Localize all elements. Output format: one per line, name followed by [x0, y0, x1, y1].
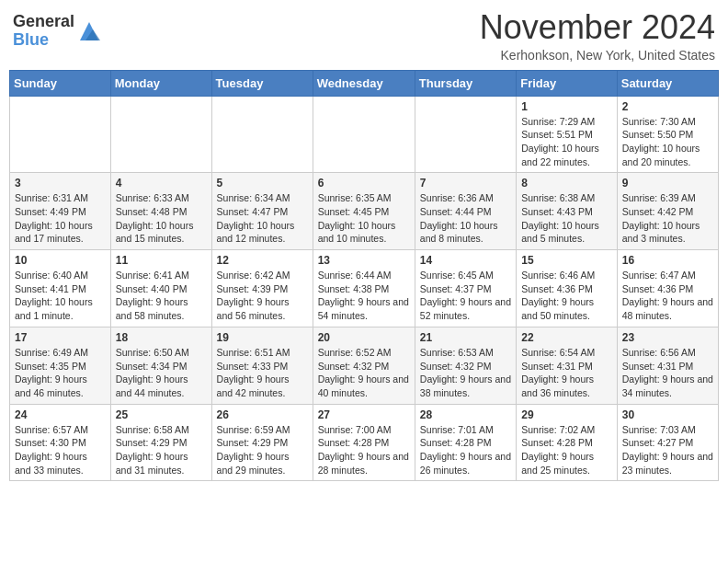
day-info: Sunrise: 6:52 AMSunset: 4:32 PMDaylight:…	[318, 346, 410, 400]
logo-blue: Blue	[13, 30, 49, 49]
day-number: 23	[622, 331, 713, 344]
column-header-sunday: Sunday	[10, 70, 111, 96]
calendar-week-3: 10Sunrise: 6:40 AMSunset: 4:41 PMDayligh…	[10, 250, 719, 327]
column-header-tuesday: Tuesday	[211, 70, 313, 96]
day-info: Sunrise: 6:40 AMSunset: 4:41 PMDaylight:…	[15, 269, 106, 323]
day-number: 2	[622, 100, 713, 113]
day-info: Sunrise: 6:53 AMSunset: 4:32 PMDaylight:…	[420, 346, 511, 400]
calendar-cell: 22Sunrise: 6:54 AMSunset: 4:31 PMDayligh…	[517, 327, 618, 404]
calendar-cell: 29Sunrise: 7:02 AMSunset: 4:28 PMDayligh…	[517, 404, 618, 481]
day-number: 29	[521, 408, 612, 421]
day-number: 22	[521, 331, 612, 344]
day-number: 24	[15, 408, 106, 421]
day-info: Sunrise: 6:45 AMSunset: 4:37 PMDaylight:…	[420, 269, 511, 323]
day-info: Sunrise: 6:42 AMSunset: 4:39 PMDaylight:…	[217, 269, 308, 323]
day-info: Sunrise: 7:29 AMSunset: 5:51 PMDaylight:…	[521, 115, 612, 169]
calendar-cell: 25Sunrise: 6:58 AMSunset: 4:29 PMDayligh…	[110, 404, 211, 481]
day-info: Sunrise: 7:03 AMSunset: 4:27 PMDaylight:…	[622, 423, 713, 477]
day-info: Sunrise: 6:57 AMSunset: 4:30 PMDaylight:…	[15, 423, 106, 477]
day-number: 18	[116, 331, 207, 344]
day-info: Sunrise: 6:46 AMSunset: 4:36 PMDaylight:…	[521, 269, 612, 323]
day-number: 6	[318, 177, 410, 190]
day-info: Sunrise: 6:49 AMSunset: 4:35 PMDaylight:…	[15, 346, 106, 400]
calendar-cell: 20Sunrise: 6:52 AMSunset: 4:32 PMDayligh…	[313, 327, 415, 404]
day-number: 25	[116, 408, 207, 421]
column-header-friday: Friday	[517, 70, 618, 96]
calendar-cell: 1Sunrise: 7:29 AMSunset: 5:51 PMDaylight…	[517, 96, 618, 173]
calendar-cell: 11Sunrise: 6:41 AMSunset: 4:40 PMDayligh…	[110, 250, 211, 327]
calendar-cell: 28Sunrise: 7:01 AMSunset: 4:28 PMDayligh…	[415, 404, 516, 481]
calendar-week-5: 24Sunrise: 6:57 AMSunset: 4:30 PMDayligh…	[10, 404, 719, 481]
day-info: Sunrise: 6:36 AMSunset: 4:44 PMDaylight:…	[420, 191, 511, 246]
day-number: 20	[318, 331, 410, 344]
day-info: Sunrise: 6:58 AMSunset: 4:29 PMDaylight:…	[116, 423, 207, 477]
day-info: Sunrise: 7:02 AMSunset: 4:28 PMDaylight:…	[521, 423, 612, 477]
day-number: 21	[420, 331, 511, 344]
day-info: Sunrise: 6:50 AMSunset: 4:34 PMDaylight:…	[116, 346, 207, 400]
calendar-cell	[211, 96, 313, 173]
calendar-cell: 14Sunrise: 6:45 AMSunset: 4:37 PMDayligh…	[415, 250, 516, 327]
calendar-table: SundayMondayTuesdayWednesdayThursdayFrid…	[9, 70, 719, 482]
day-number: 7	[420, 177, 511, 190]
day-number: 9	[622, 177, 713, 190]
day-number: 19	[217, 331, 308, 344]
calendar-cell: 24Sunrise: 6:57 AMSunset: 4:30 PMDayligh…	[10, 404, 111, 481]
calendar-week-2: 3Sunrise: 6:31 AMSunset: 4:49 PMDaylight…	[10, 173, 719, 250]
day-info: Sunrise: 6:44 AMSunset: 4:38 PMDaylight:…	[318, 269, 410, 323]
logo: General Blue	[13, 13, 102, 50]
day-number: 8	[521, 177, 612, 190]
day-number: 27	[318, 408, 410, 421]
location: Kerhonkson, New York, United States	[480, 48, 715, 63]
day-info: Sunrise: 6:47 AMSunset: 4:36 PMDaylight:…	[622, 269, 713, 323]
calendar-cell: 7Sunrise: 6:36 AMSunset: 4:44 PMDaylight…	[415, 173, 516, 250]
logo-icon	[76, 18, 102, 44]
calendar-cell: 13Sunrise: 6:44 AMSunset: 4:38 PMDayligh…	[313, 250, 415, 327]
calendar-cell: 19Sunrise: 6:51 AMSunset: 4:33 PMDayligh…	[211, 327, 313, 404]
day-number: 5	[217, 177, 308, 190]
day-number: 12	[217, 254, 308, 267]
logo-general: General	[13, 12, 74, 30]
day-number: 10	[15, 254, 106, 267]
title-section: November 2024 Kerhonkson, New York, Unit…	[480, 9, 715, 63]
day-number: 11	[116, 254, 207, 267]
day-info: Sunrise: 7:30 AMSunset: 5:50 PMDaylight:…	[622, 115, 713, 169]
day-number: 28	[420, 408, 511, 421]
calendar-cell: 5Sunrise: 6:34 AMSunset: 4:47 PMDaylight…	[211, 173, 313, 250]
calendar-cell: 10Sunrise: 6:40 AMSunset: 4:41 PMDayligh…	[10, 250, 111, 327]
day-info: Sunrise: 6:41 AMSunset: 4:40 PMDaylight:…	[116, 269, 207, 323]
calendar-cell	[415, 96, 516, 173]
calendar-cell: 27Sunrise: 7:00 AMSunset: 4:28 PMDayligh…	[313, 404, 415, 481]
day-info: Sunrise: 6:33 AMSunset: 4:48 PMDaylight:…	[116, 191, 207, 246]
day-number: 17	[15, 331, 106, 344]
calendar-cell: 12Sunrise: 6:42 AMSunset: 4:39 PMDayligh…	[211, 250, 313, 327]
day-info: Sunrise: 6:56 AMSunset: 4:31 PMDaylight:…	[622, 346, 713, 400]
column-header-wednesday: Wednesday	[313, 70, 415, 96]
calendar-cell: 9Sunrise: 6:39 AMSunset: 4:42 PMDaylight…	[617, 173, 718, 250]
calendar-week-4: 17Sunrise: 6:49 AMSunset: 4:35 PMDayligh…	[10, 327, 719, 404]
column-header-monday: Monday	[110, 70, 211, 96]
month-title: November 2024	[480, 9, 715, 46]
calendar-week-1: 1Sunrise: 7:29 AMSunset: 5:51 PMDaylight…	[10, 96, 719, 173]
calendar-cell	[110, 96, 211, 173]
calendar-cell: 4Sunrise: 6:33 AMSunset: 4:48 PMDaylight…	[110, 173, 211, 250]
calendar-cell: 8Sunrise: 6:38 AMSunset: 4:43 PMDaylight…	[517, 173, 618, 250]
page-header: General Blue November 2024 Kerhonkson, N…	[9, 9, 719, 63]
day-info: Sunrise: 7:01 AMSunset: 4:28 PMDaylight:…	[420, 423, 511, 477]
calendar-cell: 30Sunrise: 7:03 AMSunset: 4:27 PMDayligh…	[617, 404, 718, 481]
day-number: 4	[116, 177, 207, 190]
day-number: 3	[15, 177, 106, 190]
calendar-cell: 17Sunrise: 6:49 AMSunset: 4:35 PMDayligh…	[10, 327, 111, 404]
column-header-thursday: Thursday	[415, 70, 516, 96]
day-info: Sunrise: 6:35 AMSunset: 4:45 PMDaylight:…	[318, 191, 410, 246]
day-number: 16	[622, 254, 713, 267]
column-header-saturday: Saturday	[617, 70, 718, 96]
calendar-cell: 6Sunrise: 6:35 AMSunset: 4:45 PMDaylight…	[313, 173, 415, 250]
calendar-cell	[10, 96, 111, 173]
day-info: Sunrise: 6:59 AMSunset: 4:29 PMDaylight:…	[217, 423, 308, 477]
day-number: 14	[420, 254, 511, 267]
calendar-cell: 26Sunrise: 6:59 AMSunset: 4:29 PMDayligh…	[211, 404, 313, 481]
day-number: 26	[217, 408, 308, 421]
calendar-cell: 3Sunrise: 6:31 AMSunset: 4:49 PMDaylight…	[10, 173, 111, 250]
day-info: Sunrise: 6:34 AMSunset: 4:47 PMDaylight:…	[217, 191, 308, 246]
day-info: Sunrise: 6:31 AMSunset: 4:49 PMDaylight:…	[15, 191, 106, 246]
